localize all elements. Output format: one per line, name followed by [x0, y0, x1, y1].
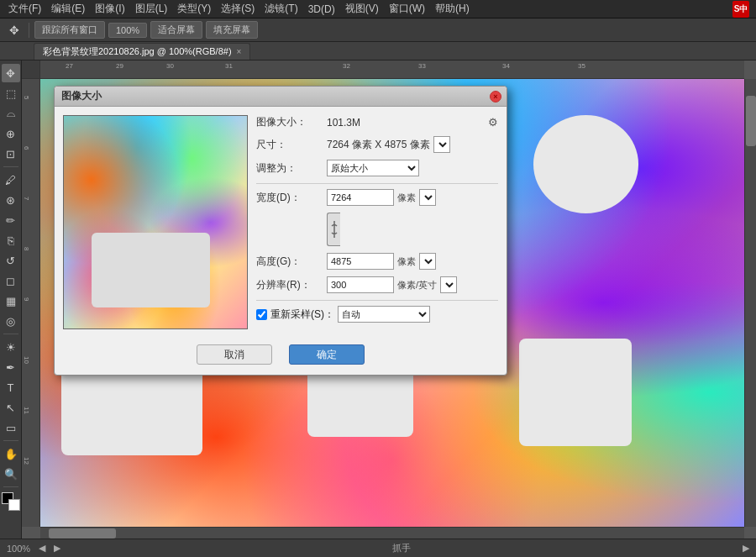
dodge-tool-btn[interactable]: ☀	[2, 338, 20, 356]
scrollbar-vertical-thumb[interactable]	[746, 96, 756, 146]
width-input[interactable]	[327, 189, 394, 206]
menu-item-view[interactable]: 视图(V)	[340, 0, 384, 18]
toolbox-separator-3	[3, 440, 18, 441]
background-color[interactable]	[8, 499, 20, 511]
resolution-unit-select[interactable]	[440, 276, 457, 293]
dialog-controls: 图像大小： 101.3M ⚙ 尺寸： 7264 像素 X 4875 像素	[256, 115, 498, 329]
width-unit: 像素	[397, 192, 416, 204]
image-size-dialog[interactable]: 图像大小 × 图像大小：	[54, 86, 507, 376]
resample-checkbox[interactable]	[256, 309, 267, 320]
file-size-value: 101.3M	[327, 117, 360, 129]
zoom-100-button[interactable]: 100%	[108, 23, 147, 38]
dialog-footer: 取消 确定	[55, 338, 507, 375]
crop-tool-btn[interactable]: ⊡	[2, 145, 20, 163]
file-size-label: 图像大小：	[256, 115, 323, 129]
dimensions-unit-select[interactable]	[433, 136, 450, 153]
dimensions-row: 尺寸： 7264 像素 X 4875 像素	[256, 136, 498, 153]
dialog-close-button[interactable]: ×	[490, 91, 501, 102]
zoom-tool-btn[interactable]: 🔍	[2, 465, 20, 483]
dimensions-value: 7264 像素 X 4875 像素	[327, 138, 430, 152]
width-row: 宽度(D)： 像素	[256, 189, 498, 206]
cursor-tool-label: 抓手	[69, 542, 734, 554]
eraser-tool-btn[interactable]: ◻	[2, 271, 20, 290]
nav-left-icon[interactable]: ◀	[39, 543, 45, 554]
menu-item-image[interactable]: 图像(I)	[90, 0, 129, 18]
gradient-tool-btn[interactable]: ▦	[2, 292, 20, 310]
width-label: 宽度(D)：	[256, 191, 323, 205]
scrollbar-horizontal[interactable]	[40, 527, 744, 539]
file-size-row: 图像大小： 101.3M ⚙	[256, 115, 498, 129]
menu-item-select[interactable]: 选择(S)	[216, 0, 260, 18]
track-all-windows-button[interactable]: 跟踪所有窗口	[34, 21, 105, 39]
resize-label: 调整为：	[256, 161, 323, 176]
history-brush-btn[interactable]: ↺	[2, 251, 20, 270]
dialog-title: 图像大小	[61, 89, 102, 103]
height-label: 高度(G)：	[256, 255, 323, 269]
dialog-body: 图像大小： 101.3M ⚙ 尺寸： 7264 像素 X 4875 像素	[55, 107, 507, 338]
clone-tool-btn[interactable]: ⎘	[2, 231, 20, 250]
app-logo: S中	[732, 1, 749, 18]
menu-item-layer[interactable]: 图层(L)	[130, 0, 173, 18]
tab-bar: 彩色背景纹理20210826.jpg @ 100%(RGB/8#) ×	[0, 42, 756, 60]
main-area: ✥ ⬚ ⌓ ⊕ ⊡ 🖊 ⊛ ✏ ⎘ ↺ ◻ ▦ ◎ ☀ ✒ T ↖ ▭ ✋ 🔍	[0, 60, 756, 539]
zoom-level: 100%	[7, 544, 30, 554]
toolbox-separator-4	[3, 486, 18, 487]
text-tool-btn[interactable]: T	[2, 378, 20, 397]
height-unit: 像素	[397, 255, 416, 268]
hand-tool-btn[interactable]: ✋	[2, 444, 20, 463]
menu-item-filter[interactable]: 滤镜(T)	[260, 0, 302, 18]
toolbar: ✥ 跟踪所有窗口 100% 适合屏幕 填充屏幕	[0, 18, 756, 42]
resolution-label: 分辨率(R)：	[256, 278, 323, 292]
move-tool-icon: ✥	[5, 21, 24, 39]
ruler-vertical: 5 6 7 8 9 10 11 12	[22, 79, 40, 527]
lasso-tool-btn[interactable]: ⌓	[2, 104, 20, 123]
nav-right-icon[interactable]: ▶	[54, 543, 60, 554]
link-icon-row	[256, 213, 498, 246]
scrollbar-horizontal-thumb[interactable]	[49, 528, 116, 539]
height-input[interactable]	[327, 253, 394, 270]
link-icon	[327, 213, 340, 246]
document-tab[interactable]: 彩色背景纹理20210826.jpg @ 100%(RGB/8#) ×	[34, 43, 250, 60]
quick-select-tool-btn[interactable]: ⊕	[2, 124, 20, 143]
resize-select[interactable]: 原始大小	[327, 160, 419, 176]
height-unit-select[interactable]	[419, 253, 436, 270]
menu-item-type[interactable]: 类型(Y)	[172, 0, 216, 18]
toolbox-separator-1	[3, 166, 18, 167]
ruler-corner	[22, 60, 40, 79]
tab-close-button[interactable]: ×	[237, 47, 242, 56]
toolbox-separator-2	[3, 334, 18, 334]
scrollbar-vertical[interactable]	[744, 79, 756, 527]
path-select-btn[interactable]: ↖	[2, 398, 20, 417]
ok-button[interactable]: 确定	[289, 344, 365, 365]
menu-item-window[interactable]: 窗口(W)	[384, 0, 430, 18]
move-tool-btn[interactable]: ✥	[2, 64, 20, 82]
menu-item-3d[interactable]: 3D(D)	[303, 2, 340, 17]
fill-screen-button[interactable]: 填充屏幕	[206, 21, 258, 39]
resolution-row: 分辨率(R)： 像素/英寸	[256, 276, 498, 293]
healing-tool-btn[interactable]: ⊛	[2, 191, 20, 209]
shape-tool-btn[interactable]: ▭	[2, 418, 20, 437]
cancel-button[interactable]: 取消	[197, 344, 272, 365]
brush-tool-btn[interactable]: ✏	[2, 211, 20, 229]
divider-1	[256, 183, 498, 184]
menu-item-edit[interactable]: 编辑(E)	[46, 0, 90, 18]
resolution-unit: 像素/英寸	[397, 279, 437, 292]
marquee-tool-btn[interactable]: ⬚	[2, 84, 20, 102]
menu-item-file[interactable]: 文件(F)	[3, 0, 46, 18]
fit-screen-button[interactable]: 适合屏幕	[150, 21, 202, 39]
resample-select[interactable]: 自动	[338, 306, 430, 323]
menu-item-help[interactable]: 帮助(H)	[430, 0, 475, 18]
fg-bg-colors[interactable]	[2, 492, 20, 511]
resample-label: 重新采样(S)：	[270, 307, 334, 322]
dialog-preview	[63, 115, 248, 329]
resolution-input[interactable]	[327, 276, 394, 293]
blur-tool-btn[interactable]: ◎	[2, 312, 20, 330]
width-unit-select[interactable]	[419, 189, 436, 206]
resample-row: 重新采样(S)： 自动	[256, 306, 498, 323]
playback-icon[interactable]: ▶	[743, 543, 749, 554]
pen-tool-btn[interactable]: ✒	[2, 358, 20, 376]
gear-icon[interactable]: ⚙	[488, 116, 498, 129]
toolbox: ✥ ⬚ ⌓ ⊕ ⊡ 🖊 ⊛ ✏ ⎘ ↺ ◻ ▦ ◎ ☀ ✒ T ↖ ▭ ✋ 🔍	[0, 60, 22, 539]
tab-label: 彩色背景纹理20210826.jpg @ 100%(RGB/8#)	[43, 45, 232, 58]
eyedropper-tool-btn[interactable]: 🖊	[2, 171, 20, 189]
